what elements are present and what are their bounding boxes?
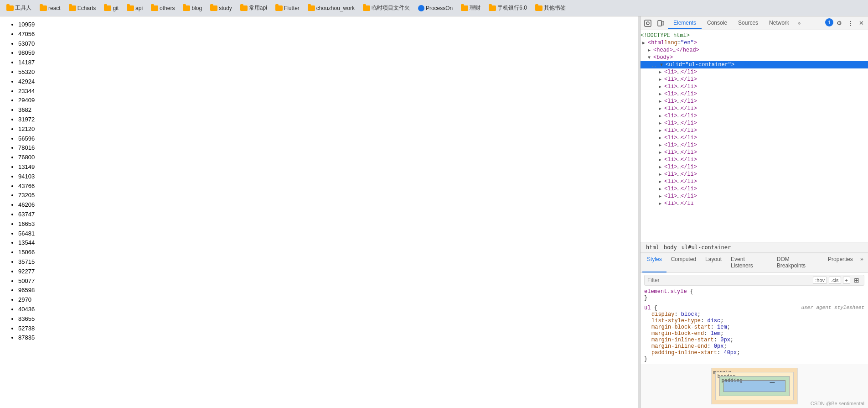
html-line[interactable]: <li>…</li>	[641, 141, 868, 149]
html-line[interactable]: <!DOCTYPE html>	[641, 32, 868, 39]
list-item: 43766	[18, 182, 631, 191]
breadcrumb-item[interactable]: html	[644, 243, 661, 251]
box-border: border — padding —	[715, 372, 794, 400]
bookmark-item[interactable]: ProcessOn	[415, 4, 455, 12]
settings-button[interactable]: ⚙	[834, 18, 844, 28]
bookmark-item[interactable]: study	[207, 4, 235, 12]
html-line[interactable]: <li>…</li>	[641, 149, 868, 156]
html-line[interactable]: <li>…</li>	[641, 112, 868, 120]
list-item: 98059	[18, 48, 631, 58]
device-toolbar-button[interactable]	[655, 18, 666, 29]
svg-rect-2	[658, 21, 661, 26]
filter-bar: :hov.cls+⊞	[644, 275, 864, 286]
style-property: margin-block-start: 1em;	[644, 324, 864, 330]
html-line[interactable]: <li>…</li>	[641, 156, 868, 163]
html-line[interactable]: <li>…</li>	[641, 193, 868, 200]
folder-icon	[308, 5, 315, 11]
html-line[interactable]: …<ul id="ul-container"> == $0	[641, 61, 868, 68]
style-rule-close: }	[644, 356, 864, 362]
style-property: list-style-type: disc;	[644, 318, 864, 324]
html-line[interactable]: <li>…</li>	[641, 120, 868, 127]
folder-icon	[151, 5, 158, 11]
list-item: 63747	[18, 210, 631, 220]
folder-icon	[275, 5, 283, 11]
devtools-tab-network[interactable]: Network	[764, 18, 795, 29]
html-line[interactable]: <li>…</li>	[641, 98, 868, 105]
style-property: margin-inline-end: 0px;	[644, 343, 864, 350]
bookmark-item[interactable]: 其他书签	[532, 3, 568, 13]
bookmark-label: chouzhou_work	[316, 5, 355, 11]
bottom-tab-event-listeners[interactable]: Event Listeners	[726, 253, 772, 272]
bookmark-label: 工具人	[15, 4, 31, 12]
filter-control-+[interactable]: +	[843, 277, 850, 284]
bookmark-item[interactable]: others	[148, 4, 177, 12]
three-dots-btn[interactable]: …	[651, 62, 656, 68]
html-line[interactable]: <body>	[641, 54, 868, 61]
browser-bar: 工具人reactEchartsgitapiothersblogstudy常用ap…	[0, 0, 868, 16]
devtools-tab-elements[interactable]: Elements	[668, 18, 702, 29]
bookmark-label: blog	[191, 5, 202, 11]
breadcrumb-item[interactable]: body	[662, 243, 679, 251]
devtools-tab-console[interactable]: Console	[702, 18, 733, 29]
list-item: 94103	[18, 172, 631, 182]
bottom-tab-computed[interactable]: Computed	[666, 253, 701, 272]
bookmark-item[interactable]: 工具人	[4, 3, 34, 13]
html-line[interactable]: <li>…</li>	[641, 105, 868, 112]
bookmark-item[interactable]: chouzhou_work	[305, 4, 357, 12]
html-line[interactable]: <html lang="en">	[641, 39, 868, 47]
bookmark-item[interactable]: api	[124, 4, 145, 12]
more-options-button[interactable]: ⋮	[845, 18, 855, 28]
list-item: 56596	[18, 134, 631, 144]
html-line[interactable]: <li>…</li>	[641, 76, 868, 83]
html-line[interactable]: <li>…</li>	[641, 83, 868, 90]
bookmark-item[interactable]: react	[37, 4, 63, 12]
style-rule: ul {user agent stylesheetdisplay: block;…	[644, 305, 864, 362]
close-devtools-button[interactable]: ✕	[856, 18, 866, 28]
more-bottom-tabs-button[interactable]: »	[858, 253, 866, 272]
svg-point-1	[646, 22, 649, 25]
bookmark-item[interactable]: Echarts	[66, 4, 99, 12]
bookmark-item[interactable]: 理财	[458, 3, 483, 13]
filter-input[interactable]	[647, 277, 813, 283]
filter-control-hov[interactable]: :hov	[813, 277, 827, 284]
bookmark-item[interactable]: blog	[180, 4, 205, 12]
style-property: margin-block-end: 1em;	[644, 330, 864, 337]
breadcrumb-item[interactable]: ul#ul-container	[680, 243, 733, 251]
bottom-tab-styles[interactable]: Styles	[642, 253, 666, 272]
bookmark-item[interactable]: git	[101, 4, 121, 12]
bookmark-item[interactable]: 常用api	[238, 3, 270, 13]
html-line[interactable]: <li>…</li>	[641, 68, 868, 76]
html-line[interactable]: <li>…</li>	[641, 90, 868, 98]
bottom-tab-layout[interactable]: Layout	[701, 253, 726, 272]
filter-control-cls[interactable]: .cls	[829, 277, 841, 284]
devtools-tab-sources[interactable]: Sources	[733, 18, 764, 29]
bookmark-label: git	[113, 5, 119, 11]
bookmark-item[interactable]: 临时项目文件夹	[360, 3, 413, 13]
list-item: 40436	[18, 305, 631, 314]
list-item: 87835	[18, 333, 631, 343]
html-line[interactable]: <li>…</li>	[641, 134, 868, 141]
html-line[interactable]: <li>…</li>	[641, 163, 868, 171]
html-line[interactable]: <head>…</head>	[641, 47, 868, 54]
svg-rect-0	[645, 20, 651, 26]
more-tabs-button[interactable]: »	[795, 18, 803, 28]
list-item: 56481	[18, 229, 631, 239]
bottom-tab-properties[interactable]: Properties	[823, 253, 858, 272]
list-item: 23344	[18, 87, 631, 96]
list-item: 2970	[18, 295, 631, 305]
html-line[interactable]: <li>…</li>	[641, 178, 868, 185]
inspect-button[interactable]	[642, 18, 653, 29]
html-line[interactable]: <li>…</li	[641, 200, 868, 207]
list-item: 76800	[18, 153, 631, 162]
styles-panel: :hov.cls+⊞ element.style {}ul {user agen…	[641, 273, 868, 364]
html-line[interactable]: <li>…</li>	[641, 127, 868, 134]
bottom-tab-dom-breakpoints[interactable]: DOM Breakpoints	[772, 253, 823, 272]
html-line[interactable]: <li>…</li>	[641, 185, 868, 193]
bookmark-item[interactable]: Flutter	[273, 4, 302, 12]
bookmark-item[interactable]: 手机银行6.0	[486, 3, 530, 13]
elements-panel: <!DOCTYPE html><html lang="en"><head>…</…	[641, 30, 868, 242]
html-line[interactable]: <li>…</li>	[641, 171, 868, 178]
filter-expand-button[interactable]: ⊞	[852, 276, 861, 284]
bookmark-label: 理财	[470, 4, 480, 12]
folder-icon	[69, 5, 76, 11]
